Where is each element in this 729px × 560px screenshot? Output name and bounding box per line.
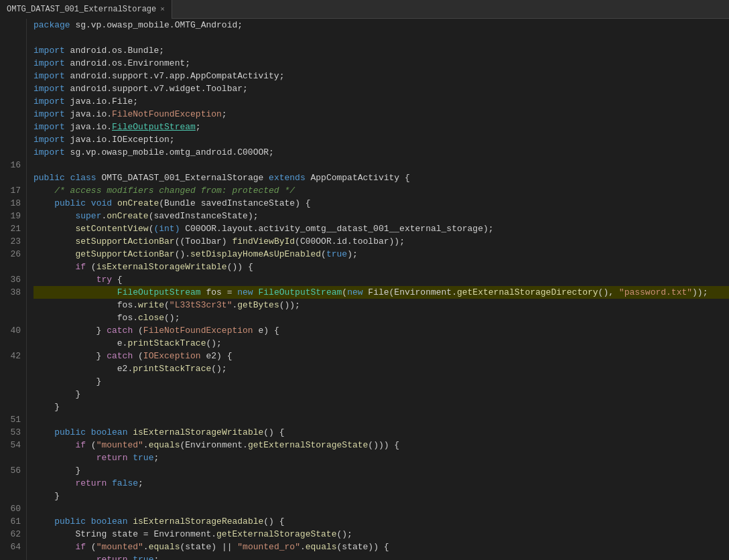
code-line: import android.support.v7.widget.Toolbar… xyxy=(34,82,729,95)
code-line xyxy=(34,413,729,426)
code-line: } catch (IOException e2) { xyxy=(34,350,729,362)
code-line: if (isExternalStorageWritable()) { xyxy=(34,261,729,273)
code-line: if ("mounted".equals(state) || "mounted_… xyxy=(34,541,729,553)
tab-bar: OMTG_DATAST_001_ExternalStorage × xyxy=(0,0,729,19)
code-line: } xyxy=(34,375,729,388)
editor-area: 16 17 18 19 21 23 26 36 38 40 42 51 53 5… xyxy=(0,19,729,560)
code-line: import java.io.FileNotFoundException; xyxy=(34,108,729,121)
line-numbers: 16 17 18 19 21 23 26 36 38 40 42 51 53 5… xyxy=(0,19,27,560)
tab-label: OMTG_DATAST_001_ExternalStorage xyxy=(7,5,156,14)
code-content[interactable]: package sg.vp.owasp_mobile.OMTG_Android;… xyxy=(27,19,729,560)
code-line: if ("mounted".equals(Environment.getExte… xyxy=(34,439,729,451)
code-line: } catch (FileNotFoundException e) { xyxy=(34,324,729,337)
code-line: /* access modifiers changed from: protec… xyxy=(34,184,729,197)
code-line: try { xyxy=(34,273,729,286)
code-line: } xyxy=(34,401,729,413)
code-line: import android.os.Bundle; xyxy=(34,44,729,57)
code-line: return true; xyxy=(34,553,729,560)
code-line: setContentView((int) C00OOR.layout.activ… xyxy=(34,222,729,235)
code-line: setSupportActionBar((Toolbar) findViewBy… xyxy=(34,235,729,248)
code-line: super.onCreate(savedInstanceState); xyxy=(34,210,729,222)
code-line: package sg.vp.owasp_mobile.OMTG_Android; xyxy=(34,19,729,31)
code-line: return false; xyxy=(34,477,729,490)
close-icon[interactable]: × xyxy=(160,5,165,13)
code-line xyxy=(34,31,729,44)
editor-tab[interactable]: OMTG_DATAST_001_ExternalStorage × xyxy=(0,0,172,19)
code-line: public boolean isExternalStorageReadable… xyxy=(34,515,729,528)
code-line xyxy=(34,159,729,171)
code-line: public class OMTG_DATAST_001_ExternalSto… xyxy=(34,171,729,184)
code-line-highlighted: FileOutputStream fos = new FileOutputStr… xyxy=(34,286,729,299)
code-line: } xyxy=(34,464,729,477)
code-line: import java.io.FileOutputStream; xyxy=(34,121,729,133)
code-line: import sg.vp.owasp_mobile.omtg_android.C… xyxy=(34,146,729,159)
code-line: e.printStackTrace(); xyxy=(34,337,729,350)
code-line: return true; xyxy=(34,451,729,464)
code-line: public void onCreate(Bundle savedInstanc… xyxy=(34,197,729,210)
code-line: } xyxy=(34,490,729,502)
code-line: import android.support.v7.app.AppCompatA… xyxy=(34,70,729,82)
code-line: e2.printStackTrace(); xyxy=(34,362,729,375)
code-line: fos.write("L33tS3cr3t".getBytes()); xyxy=(34,299,729,311)
code-line: fos.close(); xyxy=(34,311,729,324)
code-line: import android.os.Environment; xyxy=(34,57,729,70)
code-line xyxy=(34,502,729,515)
code-line: public boolean isExternalStorageWritable… xyxy=(34,426,729,439)
code-line: getSupportActionBar().setDisplayHomeAsUp… xyxy=(34,248,729,261)
code-line: import java.io.IOException; xyxy=(34,133,729,146)
code-line: import java.io.File; xyxy=(34,95,729,108)
code-line: String state = Environment.getExternalSt… xyxy=(34,528,729,541)
code-line: } xyxy=(34,388,729,401)
